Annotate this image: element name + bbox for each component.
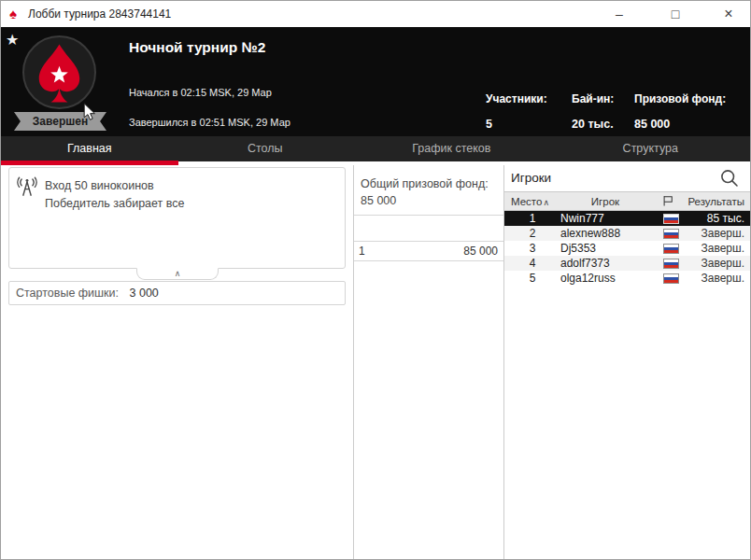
- table-row[interactable]: 5 olga12russ Заверш.: [504, 271, 750, 286]
- broadcast-antenna-icon: [16, 176, 38, 203]
- minimize-button[interactable]: –: [609, 4, 630, 24]
- payout-place: 1: [354, 245, 365, 258]
- tab-stack-chart[interactable]: График стеков: [352, 136, 550, 161]
- starting-chips-value: 3 000: [130, 287, 159, 300]
- player-result: Заверш.: [686, 257, 750, 270]
- player-place: 2: [504, 227, 560, 240]
- app-spade-icon: ♠: [9, 6, 17, 21]
- column-player[interactable]: Игрок: [560, 196, 650, 207]
- start-time-text: Начался в 02:15 MSK, 29 Мар: [129, 87, 272, 98]
- stat-label: Бай-ин:: [572, 92, 614, 105]
- stat-label: Призовой фонд:: [634, 92, 726, 105]
- stat-value: 85 000: [634, 118, 726, 131]
- payout-amount: 85 000: [365, 245, 503, 258]
- player-result: Заверш.: [686, 242, 750, 255]
- column-place[interactable]: Место∧: [504, 196, 560, 207]
- player-place: 4: [504, 257, 560, 270]
- stat-entrants: Участники: 5: [486, 92, 547, 131]
- favorite-star-icon[interactable]: ★: [6, 31, 19, 49]
- tab-structure[interactable]: Структура: [551, 136, 750, 161]
- flag-cell: [656, 229, 686, 239]
- stat-prizepool: Призовой фонд: 85 000: [634, 92, 726, 131]
- divider: [354, 215, 503, 216]
- divider: [354, 260, 503, 261]
- end-time-text: Завершился в 02:51 MSK, 29 Мар: [129, 117, 290, 128]
- mouse-cursor: [80, 102, 99, 126]
- column-flag[interactable]: [650, 194, 686, 209]
- players-table-header: Место∧ Игрок Результаты: [504, 191, 750, 211]
- player-place: 1: [504, 212, 560, 225]
- stat-value: 20 тыс.: [572, 118, 614, 131]
- pokerstars-logo: [22, 35, 96, 109]
- player-place: 3: [504, 242, 560, 255]
- russia-flag-icon: [663, 259, 679, 269]
- winner-info-text: Победитель забирает все: [45, 197, 184, 210]
- table-row[interactable]: 1 Nwin777 85 тыс.: [504, 211, 750, 226]
- window-title: Лобби турнира 2843744141: [28, 7, 171, 21]
- flag-column-icon: [664, 196, 672, 201]
- player-result: 85 тыс.: [686, 212, 750, 225]
- flag-cell: [656, 259, 686, 269]
- title-bar: ♠ Лобби турнира 2843744141 – □ ×: [1, 1, 750, 27]
- player-name: Nwin777: [560, 212, 656, 225]
- total-prize-pool: Общий призовой фонд: 85 000: [361, 175, 489, 209]
- player-name: alexnew888: [560, 227, 656, 240]
- russia-flag-icon: [663, 229, 679, 239]
- players-search-label: Игроки: [511, 171, 551, 185]
- player-result: Заверш.: [686, 272, 750, 285]
- stat-buyin: Бай-ин: 20 тыс.: [572, 92, 614, 131]
- tournament-title: Ночной турнир №2: [129, 39, 265, 56]
- starting-chips-label: Стартовые фишки:: [16, 287, 119, 300]
- column-place-label: Место: [511, 196, 542, 207]
- tab-tables[interactable]: Столы: [178, 136, 353, 161]
- prize-pool-label: Общий призовой фонд:: [361, 177, 489, 190]
- prize-pool-value: 85 000: [361, 194, 396, 207]
- stat-label: Участники:: [486, 92, 547, 105]
- flag-cell: [656, 244, 686, 254]
- flag-cell: [656, 214, 686, 224]
- player-name: adolf7373: [560, 257, 656, 270]
- russia-flag-icon: [663, 214, 679, 224]
- russia-flag-icon: [663, 244, 679, 254]
- players-table: 1 Nwin777 85 тыс. 2 alexnew888 Заверш. 3…: [504, 211, 750, 286]
- column-results[interactable]: Результаты: [686, 196, 750, 207]
- stat-value: 5: [486, 118, 547, 131]
- tournament-lobby-window: ♠ Лобби турнира 2843744141 – □ × ★ Завер…: [0, 0, 751, 560]
- lobby-content: Вход 50 винокоинов Победитель забирает в…: [1, 161, 750, 559]
- flag-cell: [656, 273, 686, 284]
- table-row[interactable]: 2 alexnew888 Заверш.: [504, 226, 750, 241]
- column-divider: [353, 165, 354, 559]
- starting-chips-panel: Стартовые фишки: 3 000: [8, 281, 346, 305]
- player-name: olga12russ: [560, 272, 656, 285]
- chevron-up-icon: ∧: [137, 269, 218, 278]
- table-row[interactable]: 4 adolf7373 Заверш.: [504, 256, 750, 271]
- collapse-panel-button[interactable]: ∧: [136, 268, 219, 280]
- entry-info-text: Вход 50 винокоинов: [45, 179, 154, 192]
- table-row[interactable]: 3 Dj5353 Заверш.: [504, 241, 750, 256]
- close-button[interactable]: ×: [718, 4, 739, 24]
- player-place: 5: [504, 272, 560, 285]
- tournament-header: ★ Завершен Ночной турнир №2 Начался в 02…: [1, 27, 750, 136]
- search-icon[interactable]: [719, 168, 740, 192]
- russia-flag-icon: [663, 273, 679, 284]
- tab-main[interactable]: Главная: [1, 136, 178, 161]
- tab-bar: Главная Столы График стеков Структура: [1, 136, 750, 161]
- tournament-info-panel: Вход 50 винокоинов Победитель забирает в…: [8, 167, 346, 269]
- payout-row: 1 85 000: [354, 242, 503, 260]
- active-tab-underline: [1, 161, 178, 165]
- player-result: Заверш.: [686, 227, 750, 240]
- maximize-button[interactable]: □: [665, 4, 686, 24]
- player-name: Dj5353: [560, 242, 656, 255]
- sort-ascending-icon: ∧: [543, 198, 549, 207]
